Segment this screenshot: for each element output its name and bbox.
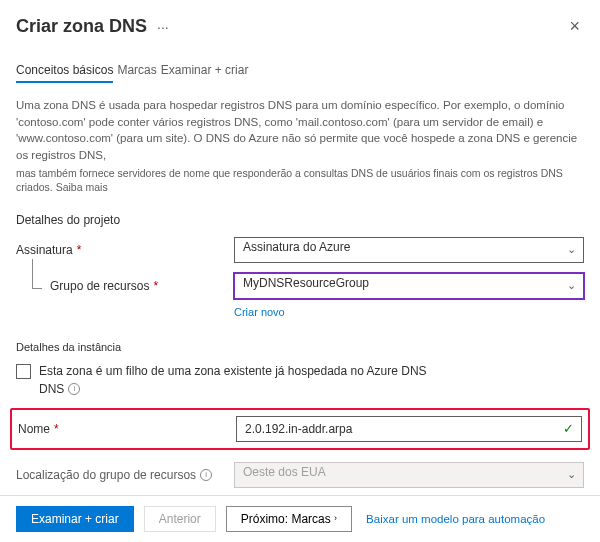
- footer-bar: Examinar + criar Anterior Próximo: Marca…: [0, 495, 600, 542]
- tab-basics[interactable]: Conceitos básicos: [16, 63, 113, 83]
- chevron-right-icon: ›: [334, 513, 337, 523]
- tab-tags[interactable]: Marcas: [117, 63, 156, 83]
- subscription-label: Assinatura*: [16, 243, 234, 257]
- location-select: Oeste dos EUA: [234, 462, 584, 488]
- close-icon[interactable]: ×: [565, 12, 584, 41]
- name-highlight: Nome* ✓: [10, 408, 590, 450]
- tab-review[interactable]: Examinar + criar: [161, 63, 249, 83]
- resource-group-label: Grupo de recursos*: [16, 279, 234, 293]
- create-new-link[interactable]: Criar novo: [234, 306, 285, 318]
- description-text-2: mas também fornece servidores de nome qu…: [16, 166, 584, 195]
- dns-label: DNS: [39, 382, 64, 396]
- child-zone-label: Esta zona é um filho de uma zona existen…: [39, 363, 427, 380]
- valid-check-icon: ✓: [563, 421, 574, 436]
- info-icon[interactable]: i: [68, 383, 80, 395]
- info-icon[interactable]: i: [200, 469, 212, 481]
- tab-strip: Conceitos básicos Marcas Examinar + cria…: [0, 45, 600, 83]
- location-label: Localização do grupo de recursos i: [16, 468, 234, 482]
- more-actions-icon[interactable]: ···: [157, 19, 169, 35]
- section-project-details: Detalhes do projeto: [16, 213, 584, 227]
- learn-more-link[interactable]: Saiba mais: [56, 181, 108, 193]
- name-input[interactable]: [236, 416, 582, 442]
- next-button[interactable]: Próximo: Marcas ›: [226, 506, 352, 532]
- previous-button: Anterior: [144, 506, 216, 532]
- description-text: Uma zona DNS é usada para hospedar regis…: [16, 97, 584, 164]
- page-title: Criar zona DNS: [16, 16, 147, 37]
- resource-group-select[interactable]: MyDNSResourceGroup: [234, 273, 584, 299]
- name-label: Nome*: [18, 422, 236, 436]
- review-create-button[interactable]: Examinar + criar: [16, 506, 134, 532]
- section-instance-details: Detalhes da instância: [16, 341, 584, 353]
- child-zone-checkbox[interactable]: [16, 364, 31, 379]
- subscription-select[interactable]: Assinatura do Azure: [234, 237, 584, 263]
- download-template-link[interactable]: Baixar um modelo para automação: [366, 513, 545, 525]
